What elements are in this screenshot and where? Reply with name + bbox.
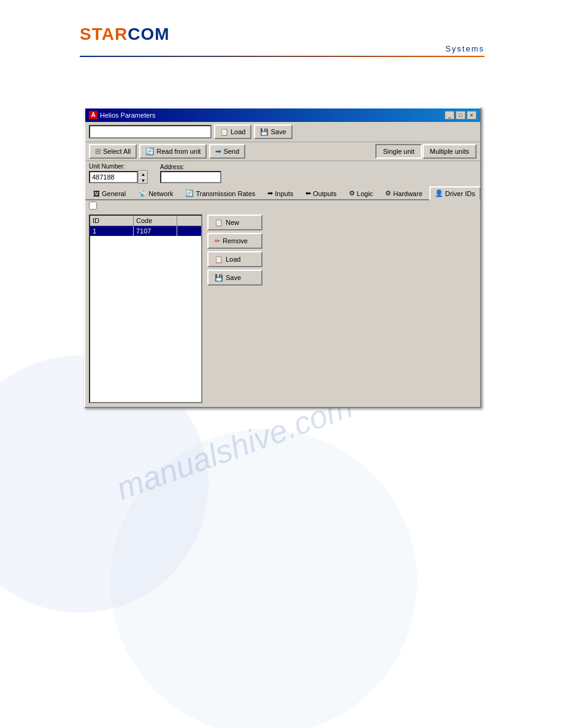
action-row: ⊞ Select All 🔄 Read from unit ➡ Send Sin… — [85, 142, 480, 161]
address-field: Address: — [160, 164, 221, 183]
cell-id: 1 — [90, 226, 134, 236]
cell-extra — [177, 226, 201, 236]
transmission-icon: 🔄 — [185, 189, 194, 197]
logic-icon: ⚙ — [349, 189, 355, 197]
content-area: ID Code 1 7107 📋 New ✏ Remove 📋 Load — [85, 211, 480, 407]
tab-network[interactable]: 📡 Network — [132, 186, 178, 199]
network-icon: 📡 — [138, 189, 147, 197]
toolbar-row: 📋 Load 💾 Save — [85, 122, 480, 142]
table-row[interactable]: 1 7107 — [90, 226, 201, 236]
unit-number-input-wrap: ▲ ▼ — [89, 170, 148, 184]
tab-driver-ids-label: Driver IDs — [445, 190, 475, 197]
col-code-header: Code — [134, 216, 177, 226]
load-driver-button[interactable]: 📋 Load — [207, 251, 262, 267]
bg-circle-2 — [110, 429, 417, 728]
read-from-unit-label: Read from unit — [156, 148, 201, 155]
tab-transmission-label: Transmission Rates — [196, 190, 255, 197]
logo-text: STARCOM — [80, 25, 484, 44]
cell-code: 7107 — [134, 226, 177, 236]
unit-mode-group: Single unit Multiple units — [375, 144, 477, 159]
send-label: Send — [223, 148, 239, 155]
app-icon: A — [89, 111, 98, 119]
address-label: Address: — [160, 164, 221, 170]
spin-up-button[interactable]: ▲ — [139, 171, 147, 177]
select-all-button[interactable]: ⊞ Select All — [89, 144, 137, 159]
tab-outputs[interactable]: ⬅ Outputs — [300, 186, 342, 199]
outputs-icon: ⬅ — [305, 189, 311, 197]
new-button[interactable]: 📋 New — [207, 214, 262, 230]
tab-outputs-label: Outputs — [313, 190, 337, 197]
table-header: ID Code — [90, 216, 201, 226]
title-bar-left: A Helios Parameters — [89, 111, 155, 119]
minimize-button[interactable]: _ — [445, 111, 454, 119]
unit-number-label: Unit Number: — [89, 163, 148, 170]
hardware-icon: ⚙ — [385, 189, 391, 197]
tab-logic[interactable]: ⚙ Logic — [343, 186, 378, 199]
tab-logic-label: Logic — [357, 190, 373, 197]
remove-button[interactable]: ✏ Remove — [207, 233, 262, 249]
multiple-units-button[interactable]: Multiple units — [423, 144, 477, 159]
tab-inputs-label: Inputs — [275, 190, 293, 197]
tab-inputs[interactable]: ➡ Inputs — [262, 186, 299, 199]
load-icon: 📋 — [220, 128, 229, 136]
close-button[interactable]: × — [467, 111, 477, 119]
general-icon: 🖼 — [93, 190, 100, 197]
col-extra-header — [177, 216, 201, 226]
load-label: Load — [231, 128, 245, 135]
checkbox-row — [85, 200, 480, 211]
unit-number-spinner: ▲ ▼ — [138, 170, 148, 184]
tab-network-label: Network — [148, 190, 173, 197]
save-driver-icon: 💾 — [215, 274, 223, 282]
load-button[interactable]: 📋 Load — [214, 124, 251, 139]
remove-label: Remove — [223, 237, 248, 245]
read-icon: 🔄 — [145, 147, 155, 156]
inputs-icon: ➡ — [267, 189, 273, 197]
single-unit-button[interactable]: Single unit — [375, 144, 421, 159]
window-title: Helios Parameters — [100, 112, 155, 119]
address-input[interactable] — [160, 171, 221, 183]
tab-hardware[interactable]: ⚙ Hardware — [380, 186, 428, 199]
load-driver-icon: 📋 — [215, 256, 223, 264]
tab-general-label: General — [102, 190, 126, 197]
unit-number-field: Unit Number: ▲ ▼ — [89, 163, 148, 184]
logo-area: STARCOM Systems — [80, 25, 484, 57]
send-icon: ➡ — [215, 147, 221, 156]
tabs-row: 🖼 General 📡 Network 🔄 Transmission Rates… — [85, 186, 480, 200]
logo-divider — [80, 56, 484, 57]
tab-general[interactable]: 🖼 General — [88, 186, 131, 199]
select-all-icon: ⊞ — [95, 147, 101, 156]
helios-window: A Helios Parameters _ □ × 📋 Load 💾 Save … — [84, 107, 481, 408]
select-all-label: Select All — [103, 148, 131, 155]
tab-transmission[interactable]: 🔄 Transmission Rates — [180, 186, 261, 199]
logo-com: COM — [128, 25, 169, 44]
driver-ids-checkbox[interactable] — [89, 202, 97, 210]
logo-star: STAR — [80, 25, 128, 44]
driver-ids-icon: 👤 — [435, 189, 443, 197]
action-buttons-panel: 📋 New ✏ Remove 📋 Load 💾 Save — [207, 214, 262, 403]
tab-hardware-label: Hardware — [393, 190, 423, 197]
spin-down-button[interactable]: ▼ — [139, 177, 147, 183]
logo-systems: Systems — [80, 44, 484, 53]
send-button[interactable]: ➡ Send — [209, 144, 245, 159]
remove-icon: ✏ — [215, 237, 220, 245]
save-driver-button[interactable]: 💾 Save — [207, 270, 262, 286]
tab-driver-ids[interactable]: 👤 Driver IDs — [429, 186, 481, 200]
driver-ids-table: ID Code 1 7107 — [89, 214, 202, 403]
new-icon: 📋 — [215, 219, 223, 227]
maximize-button[interactable]: □ — [456, 111, 465, 119]
read-from-unit-button[interactable]: 🔄 Read from unit — [139, 144, 207, 159]
save-icon: 💾 — [260, 128, 269, 136]
new-label: New — [226, 219, 239, 226]
load-driver-label: Load — [226, 256, 240, 263]
search-input[interactable] — [89, 125, 212, 138]
unit-number-input[interactable] — [89, 171, 138, 183]
save-label: Save — [270, 128, 286, 135]
unit-row: Unit Number: ▲ ▼ Address: — [85, 161, 480, 186]
col-id-header: ID — [90, 216, 134, 226]
title-bar: A Helios Parameters _ □ × — [85, 108, 480, 122]
save-button[interactable]: 💾 Save — [254, 124, 292, 139]
title-bar-buttons: _ □ × — [445, 111, 477, 119]
save-driver-label: Save — [226, 274, 241, 281]
